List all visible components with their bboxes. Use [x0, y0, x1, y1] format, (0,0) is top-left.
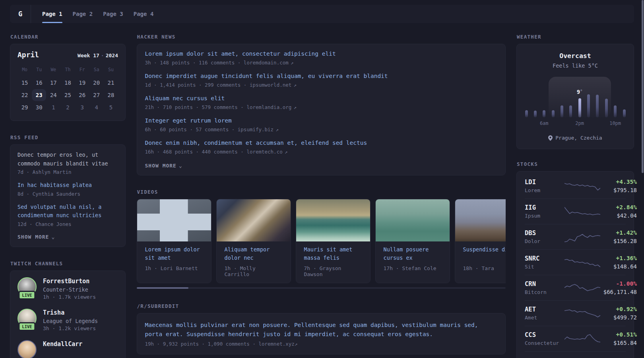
- calendar-day: 16: [32, 77, 46, 89]
- hn-item-title[interactable]: Donec enim nibh, condimentum et accumsan…: [145, 139, 497, 147]
- hn-show-more-button[interactable]: SHOW MORE⌄: [145, 163, 497, 169]
- hn-item-title[interactable]: Lorem ipsum dolor sit amet, consectetur …: [145, 50, 497, 58]
- tab-page-1[interactable]: Page 1: [37, 5, 67, 23]
- subreddit-post-domain[interactable]: loremnet.xyz: [258, 341, 294, 347]
- top-navbar: G Page 1 Page 2 Page 3 Page 4: [10, 5, 634, 23]
- rss-item-title[interactable]: Donec tempor eros leo, ut commodo mauris…: [17, 151, 118, 168]
- twitch-channel-name[interactable]: Trisha: [43, 309, 98, 317]
- hn-item-domain[interactable]: loremlandia.org: [246, 104, 291, 110]
- rss-item[interactable]: Donec tempor eros leo, ut commodo mauris…: [17, 151, 118, 175]
- video-title[interactable]: Nullam posuere cursus ex: [376, 241, 450, 262]
- video-title[interactable]: Mauris sit amet massa felis: [296, 241, 370, 262]
- weekday-header: We: [46, 67, 60, 76]
- video-meta: 7h · Grayson Dawson: [296, 262, 370, 283]
- hn-item-meta: 16h · 468 points · 440 comments · loremt…: [145, 149, 497, 155]
- twitch-channel-name[interactable]: ForrestBurton: [43, 277, 96, 285]
- weather-bar-current: [578, 98, 581, 117]
- tab-page-4[interactable]: Page 4: [129, 5, 159, 23]
- tab-label: Page 4: [134, 11, 154, 17]
- stock-price: $499.72: [600, 314, 637, 321]
- hn-item-title[interactable]: Integer eget rutrum lorem: [145, 117, 497, 125]
- twitch-channel-row[interactable]: KendallCarr: [17, 340, 118, 358]
- stock-row[interactable]: IIGIpsum +2.84%$42.04: [525, 198, 626, 224]
- video-thumbnail[interactable]: [455, 199, 506, 241]
- stock-sparkline: [564, 256, 600, 269]
- video-card[interactable]: Nullam posuere cursus ex 17h · Stefan Co…: [375, 199, 450, 283]
- show-more-label: SHOW MORE: [145, 163, 177, 169]
- external-link-icon: ↗: [291, 60, 294, 66]
- videos-carousel: Lorem ipsum dolor sit amet consectetu… 1…: [137, 199, 506, 283]
- weather-hour-labels: 6am2pm10pm: [525, 121, 626, 128]
- hn-item-domain[interactable]: ipsumify.biz: [238, 126, 274, 132]
- rss-item-title[interactable]: Sed volutpat nulla nisl, a condimentum n…: [17, 203, 118, 220]
- weather-bar: [561, 105, 563, 117]
- tab-page-3[interactable]: Page 3: [98, 5, 128, 23]
- stock-row[interactable]: CRNBitcorn -1.00%$66,171.48: [525, 275, 626, 300]
- twitch-channel-category[interactable]: Counter-Strike: [43, 286, 96, 293]
- twitch-channel-name[interactable]: KendallCarr: [43, 340, 82, 348]
- stock-row[interactable]: DBSDolor +1.42%$156.28: [525, 224, 626, 249]
- calendar-day: 25: [60, 89, 75, 101]
- calendar-day: 28: [104, 89, 118, 101]
- hn-item-title[interactable]: Donec imperdiet augue tincidunt felis al…: [145, 72, 497, 80]
- weather-current-temp: 9°: [577, 89, 583, 95]
- video-thumbnail[interactable]: [376, 199, 450, 241]
- video-title[interactable]: Lorem ipsum dolor sit amet consectetu…: [137, 241, 211, 262]
- videos-scrollbar-track[interactable]: [137, 287, 506, 289]
- hn-item-domain[interactable]: loremtech.co: [246, 149, 282, 155]
- app-logo[interactable]: G: [10, 5, 31, 23]
- stock-row[interactable]: AETAmet +0.92%$499.72: [525, 300, 626, 326]
- video-card[interactable]: Mauris sit amet massa felis 7h · Grayson…: [296, 199, 370, 283]
- video-thumbnail[interactable]: [296, 199, 370, 241]
- twitch-widget: LIVE ForrestBurton Counter-Strike 1h · 1…: [10, 270, 126, 358]
- page-scrollbar-thumb[interactable]: [642, 0, 644, 173]
- weather-chart: 9°: [525, 79, 626, 117]
- stock-symbol: AET: [525, 306, 564, 313]
- twitch-channel-category[interactable]: League of Legends: [43, 318, 98, 324]
- video-card[interactable]: Suspendisse diam 18h · Tara: [455, 199, 506, 283]
- calendar-year: 2024: [106, 53, 118, 58]
- video-thumbnail[interactable]: [217, 199, 291, 241]
- calendar-grid: Mo Tu We Th Fr Sa Su 15 16 17 18 19 20 2…: [17, 67, 118, 113]
- tab-page-2[interactable]: Page 2: [68, 5, 98, 23]
- hn-item-title[interactable]: Aliquam nec cursus elit: [145, 94, 497, 103]
- weather-location-text: Prague, Czechia: [555, 135, 602, 141]
- hn-item-domain[interactable]: ipsumworld.net: [250, 82, 291, 88]
- tab-label: Page 3: [103, 11, 123, 17]
- rss-item-title[interactable]: In hac habitasse platea: [17, 181, 118, 190]
- video-title[interactable]: Suspendisse diam: [455, 241, 506, 262]
- hn-item-domain[interactable]: loremdomain.com: [244, 60, 289, 66]
- calendar-day: 27: [89, 89, 104, 101]
- location-pin-icon: [548, 135, 553, 141]
- rss-item[interactable]: In hac habitasse platea 8d · Cynthia Sau…: [17, 181, 118, 197]
- stock-row[interactable]: CCSConsectetur +0.51%$165.84: [525, 326, 626, 351]
- dashboard-app: G Page 1 Page 2 Page 3 Page 4 CALENDAR A…: [0, 0, 644, 358]
- video-meta: 1h · Lori Barnett: [137, 262, 211, 277]
- hn-item: Donec enim nibh, condimentum et accumsan…: [145, 139, 497, 155]
- subreddit-post-title[interactable]: Maecenas mollis pulvinar erat non posuer…: [145, 321, 497, 339]
- video-card[interactable]: Lorem ipsum dolor sit amet consectetu… 1…: [137, 199, 211, 283]
- separator-dot: ·: [101, 53, 104, 58]
- twitch-channel-row[interactable]: LIVE Trisha League of Legends 3h · 1.2k …: [17, 309, 118, 331]
- rss-item-meta: 12d · Chance Jones: [17, 221, 118, 227]
- twitch-channel-row[interactable]: LIVE ForrestBurton Counter-Strike 1h · 1…: [17, 277, 118, 300]
- calendar-week: Week 17: [78, 53, 99, 58]
- stock-price: $66,171.48: [600, 289, 637, 295]
- stock-row[interactable]: LDILorem +4.35%$795.18: [525, 173, 626, 198]
- video-thumbnail[interactable]: [137, 199, 211, 241]
- stock-row[interactable]: SNRCSit +1.36%$148.64: [525, 249, 626, 275]
- stock-sparkline: [564, 180, 600, 193]
- hackernews-widget: Lorem ipsum dolor sit amet, consectetur …: [137, 44, 506, 175]
- rss-widget: Donec tempor eros leo, ut commodo mauris…: [10, 144, 126, 247]
- video-title[interactable]: Aliquam tempor dolor nec pharetra…: [217, 241, 291, 262]
- avatar-wrap: LIVE: [17, 277, 37, 296]
- rss-show-more-button[interactable]: SHOW MORE⌄: [17, 234, 118, 240]
- rss-item[interactable]: Sed volutpat nulla nisl, a condimentum n…: [17, 203, 118, 227]
- subreddit-meta-text: 19h · 9,932 points · 1,090 comments ·: [145, 341, 256, 347]
- avatar: [17, 340, 37, 358]
- video-card[interactable]: Aliquam tempor dolor nec pharetra… 1h · …: [216, 199, 291, 283]
- videos-scrollbar-thumb[interactable]: [137, 287, 188, 289]
- stock-row[interactable]: AHS +0.46%: [525, 351, 626, 358]
- weather-section-label: WEATHER: [517, 34, 634, 40]
- video-meta: 18h · Tara: [455, 262, 506, 277]
